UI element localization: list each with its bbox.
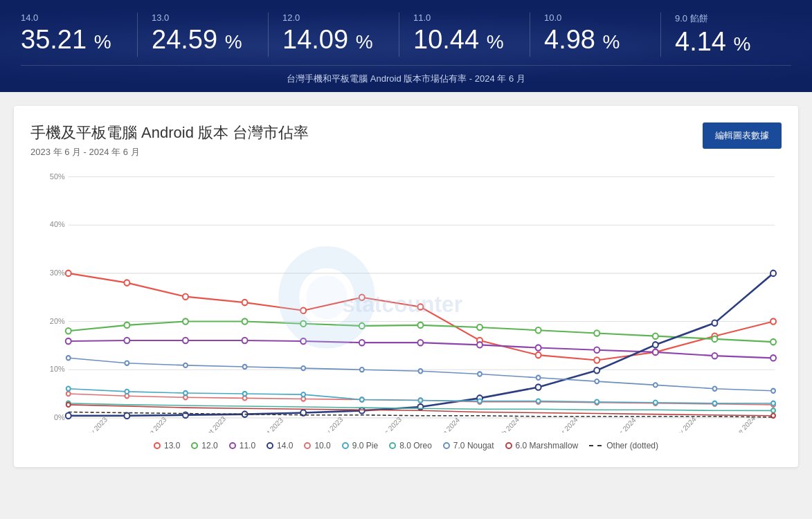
svg-text:Sept 2023: Sept 2023 [200, 415, 228, 432]
svg-point-48 [712, 336, 717, 341]
svg-point-110 [418, 369, 422, 373]
header-subtitle: 台灣手機和平板電腦 Android 版本市場佔有率 - 2024 年 6 月 [21, 65, 791, 85]
svg-text:Jan 2024: Jan 2024 [436, 416, 462, 432]
legend-item-7nougat: 7.0 Nougat [443, 441, 494, 450]
svg-point-56 [417, 340, 423, 345]
main-content: 手機及平板電腦 Android 版本 台灣市佔率 2023 年 6 月 - 20… [0, 92, 812, 481]
svg-point-106 [183, 363, 188, 367]
svg-point-39 [183, 318, 188, 324]
svg-point-97 [536, 399, 541, 403]
svg-point-113 [595, 379, 599, 383]
legend-label-10: 10.0 [314, 441, 330, 450]
svg-point-101 [771, 401, 775, 405]
svg-point-25 [124, 280, 129, 285]
svg-point-36 [770, 318, 776, 324]
svg-point-72 [594, 367, 599, 373]
svg-point-62 [770, 355, 776, 361]
svg-point-61 [712, 353, 717, 358]
svg-text:30%: 30% [50, 268, 65, 277]
svg-text:40%: 40% [50, 220, 65, 228]
chart-header: 手機及平板電腦 Android 版本 台灣市佔率 2023 年 6 月 - 20… [30, 122, 782, 158]
legend-label-9pie: 9.0 Pie [352, 441, 378, 450]
svg-point-114 [653, 383, 658, 387]
svg-point-60 [653, 349, 658, 354]
legend-dot-9pie [342, 442, 349, 449]
svg-text:20%: 20% [50, 316, 65, 325]
legend-label-14: 14.0 [277, 441, 293, 450]
svg-point-63 [66, 412, 71, 418]
chart-title-block: 手機及平板電腦 Android 版本 台灣市佔率 2023 年 6 月 - 20… [30, 122, 309, 158]
stat-value-10: 4.98 % [544, 26, 647, 55]
svg-point-98 [595, 399, 599, 403]
svg-point-32 [536, 352, 541, 358]
svg-point-68 [359, 408, 365, 413]
header-banner: 14.0 35.21 % 13.0 24.59 % 12.0 14.09 % 1… [0, 0, 812, 92]
chart-date-range: 2023 年 6 月 - 2024 年 6 月 [30, 146, 309, 158]
svg-point-59 [594, 347, 599, 352]
stat-version-12: 12.0 [282, 12, 385, 23]
stat-item-14: 14.0 35.21 % [21, 12, 138, 57]
svg-point-93 [301, 392, 305, 397]
svg-point-33 [594, 357, 599, 363]
stat-item-10: 10.0 4.98 % [530, 12, 661, 57]
legend-label-8oreo: 8.0 Oreo [399, 441, 432, 450]
svg-point-99 [653, 400, 658, 404]
legend-label-other: Other (dotted) [606, 441, 658, 450]
svg-point-65 [183, 412, 188, 417]
line-7nougat [69, 358, 773, 391]
chart-card: 手機及平板電腦 Android 版本 台灣市佔率 2023 年 6 月 - 20… [14, 106, 798, 467]
legend-item-9pie: 9.0 Pie [342, 441, 378, 450]
legend-item-11: 11.0 [229, 441, 255, 450]
svg-text:10%: 10% [50, 365, 65, 373]
svg-point-107 [243, 365, 247, 369]
svg-point-45 [536, 327, 541, 333]
chart-svg: 50% 40% 30% 20% 10% 0% July 2023 Aug 202… [30, 170, 782, 432]
svg-point-89 [66, 386, 71, 390]
edit-chart-button[interactable]: 編輯圖表數據 [703, 122, 782, 149]
svg-point-24 [66, 270, 71, 275]
legend-dot-14 [267, 442, 273, 449]
legend-item-13: 13.0 [154, 441, 180, 450]
legend-label-13: 13.0 [164, 441, 180, 450]
stat-version-9: 9.0 餡餅 [675, 12, 777, 25]
svg-point-53 [242, 338, 248, 343]
svg-point-112 [536, 375, 541, 379]
svg-point-92 [243, 392, 247, 396]
svg-point-51 [124, 338, 129, 343]
legend-item-12: 12.0 [191, 441, 217, 450]
svg-point-121 [306, 275, 348, 319]
svg-point-55 [359, 340, 365, 345]
svg-point-96 [478, 399, 482, 403]
chart-area: 50% 40% 30% 20% 10% 0% July 2023 Aug 202… [30, 170, 782, 432]
legend-dot-11 [229, 442, 236, 449]
legend-label-11: 11.0 [240, 441, 255, 450]
legend-dot-10 [304, 442, 311, 449]
svg-point-115 [712, 386, 716, 390]
svg-point-108 [301, 366, 305, 370]
stat-item-13: 13.0 24.59 % [138, 12, 269, 57]
svg-point-43 [417, 322, 423, 327]
svg-text:50%: 50% [50, 172, 65, 180]
legend-label-6marshmallow: 6.0 Marshmallow [516, 441, 579, 450]
stat-version-10: 10.0 [544, 12, 647, 23]
svg-point-105 [125, 361, 129, 365]
svg-point-47 [653, 333, 658, 338]
svg-point-103 [771, 408, 775, 412]
stat-value-12: 14.09 % [282, 26, 385, 55]
stat-version-14: 14.0 [21, 12, 123, 23]
svg-point-94 [360, 397, 364, 401]
svg-point-46 [594, 330, 599, 336]
legend-item-other: Other (dotted) [589, 441, 658, 450]
stat-item-9: 9.0 餡餅 4.14 % [661, 12, 791, 57]
stat-item-11: 11.0 10.44 % [399, 12, 530, 57]
svg-point-64 [124, 412, 129, 418]
svg-point-90 [125, 390, 129, 394]
legend-dot-6marshmallow [505, 442, 512, 449]
svg-point-52 [183, 338, 188, 343]
stat-item-12: 12.0 14.09 % [269, 12, 399, 57]
legend-dot-12 [191, 442, 198, 449]
svg-point-74 [712, 320, 717, 325]
svg-point-38 [124, 322, 129, 327]
svg-point-71 [536, 384, 541, 390]
svg-point-49 [770, 339, 776, 345]
